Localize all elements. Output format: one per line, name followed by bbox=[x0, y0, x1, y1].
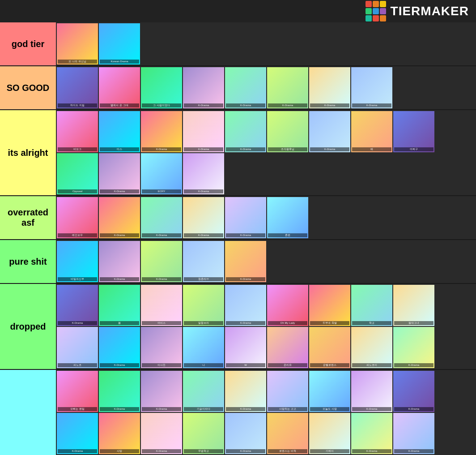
list-item[interactable]: 사랑하는 고고 bbox=[267, 371, 308, 412]
list-item[interactable]: 오 나의 귀신님 bbox=[57, 23, 98, 64]
logo-dot bbox=[366, 1, 372, 7]
list-item[interactable]: K-Drama bbox=[309, 67, 350, 108]
tier-row-dropped: dropped K-Drama 봄 어비스 알함브라 K-Drama Oh My… bbox=[0, 284, 476, 370]
tier-items-so-good: 하이드 지킬 별에서 온 그대 그 사람이었다 K-Drama K-Drama … bbox=[56, 66, 476, 109]
list-item[interactable]: K-Drama bbox=[393, 413, 434, 454]
list-item[interactable]: 기슭이라다 bbox=[183, 371, 224, 412]
list-item[interactable]: K-Drama bbox=[99, 241, 140, 282]
list-item[interactable]: K-Drama bbox=[183, 197, 224, 238]
tier-items-alright: 버모그 미스 K-Drama K-Drama K-Drama 조각왕후님 K-D… bbox=[56, 110, 476, 195]
list-item[interactable]: K-Drama bbox=[393, 371, 434, 412]
list-item[interactable]: 어쩌구 bbox=[393, 111, 434, 152]
list-item[interactable]: W bbox=[225, 327, 266, 368]
list-item[interactable]: K-Drama bbox=[351, 371, 392, 412]
list-item[interactable]: 나 bbox=[183, 327, 224, 368]
list-item[interactable]: 피노코이 bbox=[351, 327, 392, 368]
list-item[interactable]: K-Drama bbox=[393, 327, 434, 368]
list-item[interactable]: K-Drama bbox=[57, 285, 98, 326]
tier-items-pure-shit: 비밀의신부 K-Drama K-Drama 청춘라!!! K-Drama bbox=[56, 240, 476, 283]
list-item[interactable]: K-Drama bbox=[225, 197, 266, 238]
tier-label-alright: its alright bbox=[0, 110, 56, 195]
list-item[interactable]: 절대그녀 bbox=[393, 285, 434, 326]
list-item[interactable]: 봄 bbox=[99, 285, 140, 326]
list-item[interactable]: K-Drama bbox=[141, 197, 182, 238]
tier-row-so-good: SO GOOD 하이드 지킬 별에서 온 그대 그 사람이었다 K-Drama … bbox=[0, 66, 476, 110]
list-item[interactable]: K-Drama bbox=[351, 67, 392, 108]
list-item[interactable]: 온리유 bbox=[267, 327, 308, 368]
tier-items-overrated: 레인보우 K-Drama K-Drama K-Drama K-Drama 혼련 bbox=[56, 196, 476, 239]
list-item[interactable]: 알함브라 bbox=[183, 285, 224, 326]
list-item[interactable]: 비밀의신부 bbox=[57, 241, 98, 282]
list-item[interactable]: 오빠는 팬텀 bbox=[57, 371, 98, 412]
list-item[interactable]: K-Drama bbox=[225, 413, 266, 454]
tier-label-god: god tier bbox=[0, 22, 56, 65]
list-item[interactable]: K-Drama bbox=[183, 67, 224, 108]
list-item[interactable]: K-Drama bbox=[99, 327, 140, 368]
tier-row-alright: its alright 버모그 미스 K-Drama K-Drama K-Dra… bbox=[0, 110, 476, 196]
list-item[interactable]: 청춘라!!! bbox=[183, 241, 224, 282]
tier-label-so-good: SO GOOD bbox=[0, 66, 56, 109]
list-item[interactable]: K-Drama bbox=[141, 371, 182, 412]
list-item[interactable]: Korean Drama bbox=[99, 23, 140, 64]
tier-items-havent-seen: 오빠는 팬텀 K-Drama K-Drama 기슭이라다 K-Drama 사랑하… bbox=[56, 370, 476, 455]
tier-label-overrated: overrated asf bbox=[0, 196, 56, 239]
list-item[interactable]: Opyusal bbox=[57, 153, 98, 194]
list-item[interactable]: 배 bbox=[351, 111, 392, 152]
list-item[interactable]: K-Drama bbox=[141, 413, 182, 454]
list-item[interactable]: 그 사람이었다 bbox=[141, 67, 182, 108]
list-item[interactable]: K-Drama bbox=[183, 111, 224, 152]
list-item[interactable]: K-Drama bbox=[141, 111, 182, 152]
list-item[interactable]: K-Drama bbox=[225, 111, 266, 152]
logo-dot bbox=[380, 1, 386, 7]
list-item[interactable]: 레인보우 bbox=[57, 197, 98, 238]
logo-dot bbox=[373, 15, 379, 21]
tier-label-dropped: dropped bbox=[0, 284, 56, 369]
tier-row-overrated: overrated asf 레인보우 K-Drama K-Drama K-Dra… bbox=[0, 196, 476, 240]
list-item[interactable]: 학교 bbox=[351, 285, 392, 326]
list-item[interactable]: K-Drama bbox=[57, 413, 98, 454]
tier-label-havent-seen: haven't seen bbox=[0, 370, 56, 455]
list-item[interactable]: ECRY bbox=[141, 153, 182, 194]
logo-dot bbox=[366, 15, 372, 21]
logo-grid bbox=[366, 1, 386, 21]
list-item[interactable]: 로맨스는 비책 bbox=[267, 413, 308, 454]
list-item[interactable]: 미스 bbox=[99, 111, 140, 152]
list-item[interactable]: 이사친 bbox=[141, 327, 182, 368]
list-item[interactable]: K-Drama bbox=[225, 371, 266, 412]
logo-dot bbox=[373, 1, 379, 7]
list-item[interactable]: 하이드 지킬 bbox=[57, 67, 98, 108]
list-item[interactable]: Oh My Lady bbox=[267, 285, 308, 326]
list-item[interactable]: 어비스 bbox=[141, 285, 182, 326]
list-item[interactable]: K-Drama bbox=[183, 153, 224, 194]
poster-caption: 오 나의 귀신님 bbox=[58, 60, 97, 64]
list-item[interactable]: 오늘도 사랑 bbox=[309, 371, 350, 412]
list-item[interactable]: 운빨로맨스 bbox=[309, 327, 350, 368]
list-item[interactable]: K-Drama bbox=[225, 67, 266, 108]
list-item[interactable]: 버모그 bbox=[57, 111, 98, 152]
list-item[interactable]: K-Drama bbox=[99, 371, 140, 412]
list-item[interactable]: K-Drama bbox=[99, 153, 140, 194]
tier-label-pure-shit: pure shit bbox=[0, 240, 56, 283]
list-item[interactable]: 피노코 bbox=[57, 327, 98, 368]
tier-row-havent-seen: haven't seen 오빠는 팬텀 K-Drama K-Drama 기슭이라… bbox=[0, 370, 476, 455]
list-item[interactable]: 혼련 bbox=[267, 197, 308, 238]
tier-row-god: god tier 오 나의 귀신님 Korean Drama bbox=[0, 22, 476, 66]
list-item[interactable]: K-Drama bbox=[225, 285, 266, 326]
list-item[interactable]: 무법학교 bbox=[183, 413, 224, 454]
list-item[interactable]: K-Drama bbox=[99, 197, 140, 238]
header: TiERMAKER bbox=[0, 0, 476, 22]
list-item[interactable]: 별에서 온 그대 bbox=[99, 67, 140, 108]
list-item[interactable]: 기메이 bbox=[309, 413, 350, 454]
tier-items-god: 오 나의 귀신님 Korean Drama bbox=[56, 22, 476, 65]
list-item[interactable]: K-Drama bbox=[309, 111, 350, 152]
list-item[interactable]: 두부네 족발 bbox=[309, 285, 350, 326]
list-item[interactable]: K-Drama bbox=[225, 241, 266, 282]
list-item[interactable]: K-Drama bbox=[141, 241, 182, 282]
list-item[interactable]: 사탕 bbox=[99, 413, 140, 454]
logo-dot bbox=[373, 8, 379, 14]
list-item[interactable]: K-Drama bbox=[267, 67, 308, 108]
tiermaker-logo: TiERMAKER bbox=[366, 1, 469, 21]
list-item[interactable]: K-Drama bbox=[351, 413, 392, 454]
list-item[interactable]: 조각왕후님 bbox=[267, 111, 308, 152]
tier-items-dropped: K-Drama 봄 어비스 알함브라 K-Drama Oh My Lady 두부… bbox=[56, 284, 476, 369]
